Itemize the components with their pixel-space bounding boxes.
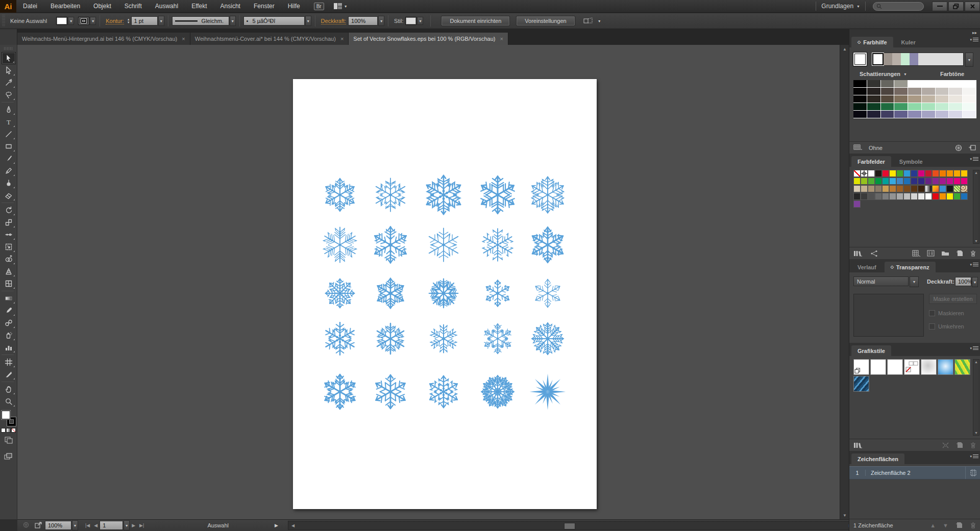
base-color-swatch[interactable] (853, 53, 867, 66)
gradient-mode-button[interactable] (6, 428, 11, 433)
close-button[interactable] (965, 2, 980, 11)
style-dropdown[interactable]: ▼ (417, 17, 423, 25)
swatch-3-10[interactable] (925, 193, 932, 200)
snowflake-3-1[interactable] (324, 277, 356, 311)
artboard-name[interactable]: Zeichenfläche 2 (866, 470, 965, 476)
shade-swatch-4-8[interactable] (963, 111, 976, 118)
scroll-down-button[interactable]: ▼ (840, 511, 849, 519)
shade-swatch-1-5[interactable] (922, 88, 936, 95)
shade-swatch-0-0[interactable] (853, 80, 867, 88)
limit-colors-icon[interactable] (853, 144, 863, 151)
status-display-menu[interactable]: ▶ (275, 523, 278, 528)
shade-swatch-4-0[interactable] (853, 111, 867, 118)
swatch-3-12[interactable] (939, 193, 946, 200)
snowflake-5-3[interactable] (426, 374, 461, 411)
align-options-icon[interactable] (583, 17, 595, 25)
menu-bearbeiten[interactable]: Bearbeiten (44, 0, 87, 13)
snowflake-2-2[interactable] (370, 224, 411, 266)
shade-swatch-0-2[interactable] (881, 80, 895, 88)
snowflake-4-1[interactable] (322, 320, 358, 358)
menu-auswahl[interactable]: Auswahl (149, 0, 185, 13)
swatch-0-14[interactable] (953, 170, 961, 177)
harmony-color-4[interactable] (910, 53, 918, 65)
swatch-2-2[interactable] (868, 185, 875, 192)
invert-mask-checkbox[interactable]: Umkehren (929, 323, 964, 330)
swatch-0-9[interactable] (918, 170, 925, 177)
swatch-1-0[interactable] (853, 178, 861, 185)
shade-swatch-4-2[interactable] (881, 111, 895, 118)
panel-menu-icon[interactable]: ▾ (970, 263, 978, 267)
panel-opacity-dropdown[interactable]: ▼ (972, 277, 978, 287)
symbol-sprayer-tool[interactable] (2, 329, 16, 341)
swatch-3-5[interactable] (889, 193, 896, 200)
mesh-tool[interactable] (2, 277, 16, 290)
shade-swatch-3-7[interactable] (949, 103, 963, 111)
snowflake-5-2[interactable] (372, 373, 409, 412)
shade-swatch-3-2[interactable] (881, 103, 895, 111)
swatch-1-5[interactable] (889, 178, 896, 185)
graphic-styles-scrollbar[interactable]: ▲ ▼ (973, 359, 979, 436)
snowflake-1-1[interactable] (322, 176, 358, 214)
line-segment-tool[interactable] (2, 128, 16, 140)
shade-swatch-1-1[interactable] (867, 88, 881, 95)
swatch-0-12[interactable] (939, 170, 946, 177)
shade-swatch-2-8[interactable] (963, 95, 976, 103)
swatches-scrollbar[interactable]: ▲ ▼ (973, 170, 979, 244)
shade-swatch-2-4[interactable] (908, 95, 922, 103)
swatch-3-0[interactable] (853, 193, 861, 200)
tools-panel-grip[interactable] (4, 47, 13, 50)
swatch-3-1[interactable] (861, 193, 868, 200)
eraser-tool[interactable] (2, 189, 16, 201)
snowflake-3-5[interactable] (532, 277, 564, 310)
graphic-style-2-0-blue-texture[interactable] (853, 376, 869, 392)
prev-artboard-button[interactable]: ◀ (94, 523, 97, 528)
new-color-group-icon[interactable] (941, 250, 949, 257)
shade-swatch-3-5[interactable] (922, 103, 936, 111)
tab-verlauf[interactable]: Verlauf (851, 262, 883, 272)
screen-mode-button[interactable] (4, 453, 13, 461)
width-profile-dropdown[interactable]: ▼ (230, 16, 236, 26)
vertical-scrollbar[interactable]: ▲ ▼ (840, 45, 849, 519)
lasso-tool[interactable] (2, 89, 16, 101)
blend-mode-dropdown[interactable]: ▼ (910, 276, 919, 287)
menu-objekt[interactable]: Objekt (87, 0, 118, 13)
stroke-width-field[interactable]: 1 pt (131, 16, 158, 26)
snowflake-2-4[interactable] (479, 226, 516, 264)
shade-swatch-0-6[interactable] (936, 80, 949, 88)
swatch-0-2[interactable] (868, 170, 875, 177)
snowflake-4-2[interactable] (373, 321, 408, 357)
search-input[interactable] (873, 2, 924, 11)
swatch-3-15[interactable] (961, 193, 968, 200)
bridge-button[interactable]: Br (314, 3, 324, 10)
stroke-width-stepper[interactable]: ▲▼ (127, 18, 130, 24)
swatch-1-7[interactable] (903, 178, 911, 185)
shade-swatch-0-4[interactable] (908, 80, 922, 88)
swatch-0-5[interactable] (889, 170, 896, 177)
color-mode-button[interactable] (1, 428, 6, 433)
blob-brush-tool[interactable] (2, 177, 16, 189)
scale-tool[interactable] (2, 216, 16, 229)
scroll-left-button[interactable]: ◀ (288, 521, 298, 529)
harmony-color-0[interactable] (872, 53, 884, 65)
swatch-2-14[interactable] (953, 185, 961, 192)
harmony-color-3[interactable] (901, 53, 910, 65)
menu-fenster[interactable]: Fenster (247, 0, 281, 13)
snowflake-1-3[interactable] (422, 173, 465, 218)
swatch-0-8[interactable] (911, 170, 918, 177)
panel-menu-icon[interactable]: ▾ (970, 157, 978, 161)
perspective-grid-tool[interactable] (2, 265, 16, 277)
document-tab-3[interactable]: Set of Vector Snowflakes.eps bei 100 % (… (349, 33, 508, 45)
swatch-1-2[interactable] (868, 178, 875, 185)
gradient-tool[interactable] (2, 292, 16, 305)
fill-color-dropdown[interactable]: ▼ (68, 17, 74, 25)
fill-color-well[interactable] (56, 17, 67, 25)
shape-builder-tool[interactable] (2, 253, 16, 265)
save-to-swatches-icon[interactable] (968, 144, 976, 151)
shade-swatch-0-3[interactable] (894, 80, 908, 88)
document-setup-button[interactable]: Dokument einrichten (441, 16, 510, 26)
snowflake-2-3[interactable] (425, 226, 462, 265)
swatch-3-8[interactable] (911, 193, 918, 200)
swatch-1-3[interactable] (875, 178, 882, 185)
snowflake-3-3[interactable] (427, 277, 460, 311)
swatch-2-13[interactable] (946, 185, 953, 192)
